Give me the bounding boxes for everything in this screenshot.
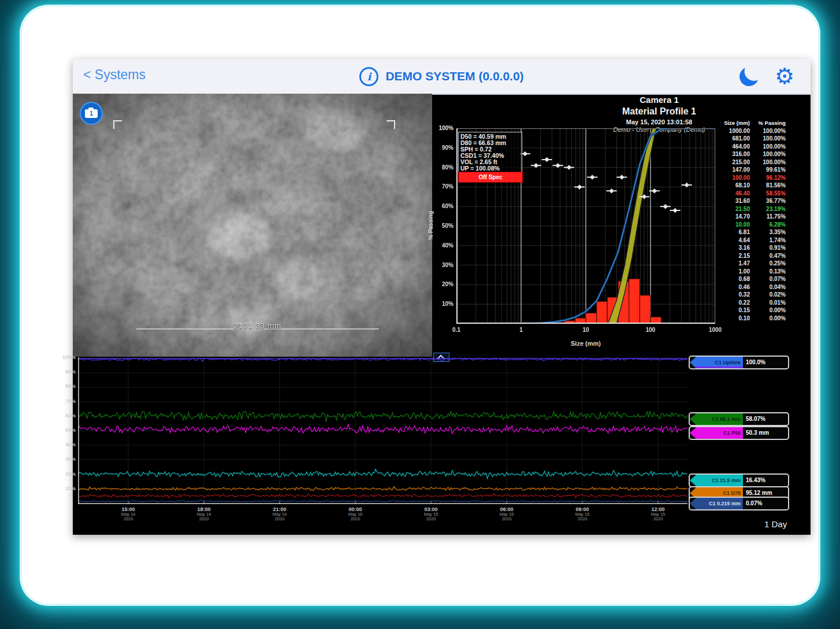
passing-value: 23.19% (750, 205, 786, 213)
trend-y-tick: 60% (55, 413, 76, 419)
size-value: 1.47 (718, 260, 750, 268)
trend-y-tick: 80% (55, 383, 76, 389)
passing-value: 0.25% (750, 260, 786, 268)
passing-value: 1.74% (750, 236, 786, 245)
page-background: < Systems i DEMO SYSTEM (0.0.0.0) ⚙ (0, 0, 840, 629)
size-value: 0.68 (718, 275, 750, 283)
trend-x-tick-text: 2020 (640, 517, 677, 521)
trend-tag-c1-68-1-mm[interactable]: C1 68.1 mm58.07% (689, 412, 789, 426)
size-chart-y-tick: 90% (434, 145, 454, 151)
tag-underline (690, 367, 743, 368)
histogram-bar (597, 301, 608, 324)
roi-corner-top-left (113, 120, 122, 129)
off-spec-badge[interactable]: Off Spec (458, 172, 523, 183)
passing-value: 0.47% (750, 252, 786, 260)
trend-x-tick: 12:00May 152020 (640, 506, 677, 521)
settings-icon[interactable]: ⚙ (775, 62, 794, 90)
passing-value: 81.56% (750, 182, 786, 190)
trend-x-tick: 21:00May 142020 (261, 506, 298, 521)
size-table-row: 464.00100.00% (718, 143, 787, 151)
size-value: 0.15 (718, 306, 750, 314)
spec-marker-diamond (619, 175, 624, 179)
trend-x-tick-text: 2020 (110, 517, 147, 521)
passing-value: 100.00% (750, 143, 786, 151)
size-chart-x-tick: 10 (571, 327, 600, 333)
size-table-row: 0.460.04% (718, 283, 787, 291)
passing-value: 0.02% (750, 291, 786, 299)
size-stats-box: D50 = 40.59 mmD80 = 66.63 mmSPH = 0.72CS… (458, 132, 522, 173)
trend-series-c1-4-64-mm (78, 494, 687, 498)
trend-tag-c1-0-215-mm[interactable]: C1 0.215 mm0.07% (689, 497, 789, 510)
trend-range-label[interactable]: 1 Day (764, 519, 787, 529)
tag-label: C1 Uptime (715, 360, 743, 365)
size-table-row: 3.160.91% (718, 244, 787, 252)
size-chart-y-tick: 30% (434, 262, 454, 268)
passing-value: 0.91% (750, 244, 786, 252)
camera-title: Camera 1 (489, 95, 830, 105)
size-table-row: 0.150.00% (718, 306, 787, 314)
size-table-row: 4.641.74% (718, 236, 787, 245)
trend-tag-c1-p50[interactable]: C1 P5050.3 mm (689, 426, 789, 440)
size-table-header: Size (mm)% Passing (718, 119, 787, 127)
passing-value: 0.00% (750, 314, 786, 323)
passing-value: 3.35% (750, 228, 786, 236)
size-value: 464.00 (718, 143, 750, 151)
passing-col-header: % Passing (750, 119, 786, 127)
size-chart-y-tick: 80% (434, 164, 454, 171)
tag-label: C1 0.215 mm (709, 501, 743, 506)
roi-corner-top-right (386, 120, 395, 129)
passing-value: 0.04% (750, 283, 786, 291)
tag-value: 100.0% (743, 357, 788, 368)
size-table: Size (mm)% Passing1000.00100.00%681.0010… (718, 119, 787, 322)
trend-x-tick-text: 2020 (261, 517, 298, 521)
camera-badge[interactable]: 1 (80, 102, 103, 125)
size-value: 0.32 (718, 291, 750, 299)
spec-marker-diamond (609, 188, 614, 193)
tag-label: C1 21.5 mm (712, 478, 743, 483)
size-chart-y-title: % Passing (428, 211, 434, 240)
size-value: 215.00 (718, 158, 750, 166)
tag-arrow: C1 P50 (690, 427, 743, 439)
trend-y-tick: 50% (55, 427, 76, 433)
spec-marker-diamond (590, 175, 594, 179)
size-value: 147.00 (718, 166, 750, 174)
tag-label: C1 D75 (723, 490, 743, 496)
passing-value: 11.75% (750, 213, 786, 221)
trend-tag-c1-uptime[interactable]: C1 Uptime100.0% (689, 356, 789, 369)
size-table-row: 68.1081.56% (718, 182, 787, 190)
stat-line: UP = 100.08% (460, 165, 522, 172)
tag-value: 0.07% (743, 498, 788, 509)
size-table-row: 6.813.35% (718, 228, 787, 236)
size-table-row: 316.00100.00% (718, 150, 787, 158)
size-value: 2.15 (718, 252, 750, 260)
spec-marker-diamond (577, 184, 582, 189)
size-value: 68.10 (718, 182, 750, 190)
passing-value: 6.28% (750, 221, 786, 229)
trend-y-tick: 30% (55, 456, 76, 462)
size-value: 0.46 (718, 283, 750, 291)
tag-label: C1 68.1 mm (712, 416, 743, 422)
size-table-row: 10.006.28% (718, 221, 787, 229)
size-value: 21.50 (718, 205, 750, 213)
tag-value: 58.07% (743, 413, 788, 425)
size-table-row: 46.4058.55% (718, 190, 787, 198)
info-icon[interactable]: i (359, 67, 378, 86)
size-value: 1.00 (718, 268, 750, 276)
trend-x-tick: 09:00May 152020 (564, 506, 601, 521)
tag-arrow: C1 68.1 mm (690, 413, 743, 425)
trend-tag-c1-21-5-mm[interactable]: C1 21.5 mm16.43% (689, 473, 789, 487)
trend-x-tick: 18:00May 142020 (185, 506, 222, 521)
top-bar: < Systems i DEMO SYSTEM (0.0.0.0) ⚙ (73, 59, 811, 95)
size-value: 681.00 (718, 135, 750, 143)
size-value: 316.00 (718, 150, 750, 158)
size-table-row: 1.470.25% (718, 260, 787, 268)
size-chart-y-tick: 40% (434, 242, 454, 249)
trend-chart (78, 357, 687, 504)
trend-series-c1-p50 (78, 424, 687, 434)
tag-value: 16.43% (743, 475, 788, 486)
trend-x-tick: 15:00May 142020 (110, 506, 147, 521)
trend-x-tick: 03:00May 152020 (412, 506, 449, 521)
histogram-bar (640, 295, 651, 324)
size-chart-y-tick: 10% (434, 301, 454, 307)
size-chart-y-tick: 20% (434, 281, 454, 287)
